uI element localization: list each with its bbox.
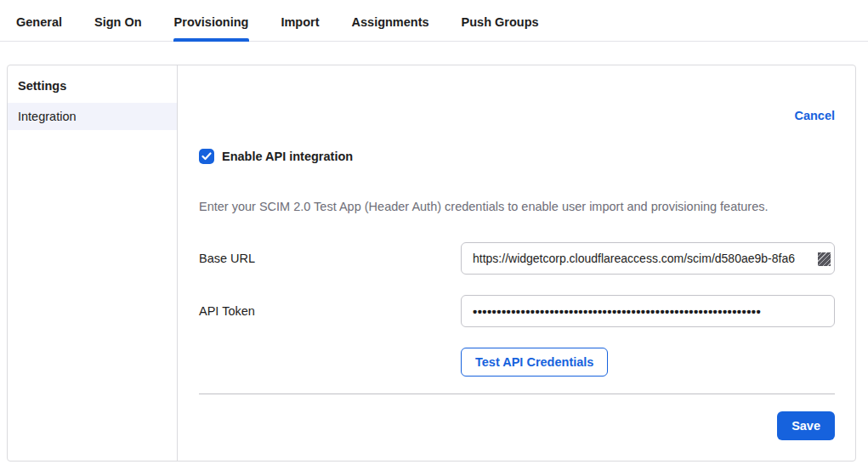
cancel-link[interactable]: Cancel [794,109,835,122]
tab-import[interactable]: Import [280,3,320,41]
tab-assignments[interactable]: Assignments [351,3,430,41]
enable-api-checkbox[interactable] [199,149,214,164]
provisioning-panel: Settings Integration Cancel Enable API i… [7,65,856,462]
api-token-input[interactable]: ••••••••••••••••••••••••••••••••••••••••… [461,295,835,327]
integration-settings-form: Cancel Enable API integration Enter your… [178,65,855,461]
settings-sidebar: Settings Integration [8,65,178,461]
base-url-value: https://widgetcorp.cloudflareaccess.com/… [473,252,795,265]
base-url-label: Base URL [199,252,461,265]
credentials-description: Enter your SCIM 2.0 Test App (Header Aut… [199,200,835,213]
enable-api-label: Enable API integration [222,150,353,163]
sidebar-item-integration[interactable]: Integration [8,103,177,130]
base-url-row: Base URL https://widgetcorp.cloudflareac… [199,242,835,275]
sidebar-heading: Settings [8,71,177,103]
tab-sign-on[interactable]: Sign On [94,3,143,41]
api-token-row: API Token ••••••••••••••••••••••••••••••… [199,295,835,327]
app-tab-bar: General Sign On Provisioning Import Assi… [0,0,868,42]
text-overflow-indicator-icon [818,252,831,266]
test-credentials-row: Test API Credentials [461,348,835,377]
tab-general[interactable]: General [15,3,63,41]
tab-provisioning[interactable]: Provisioning [173,3,250,41]
tab-push-groups[interactable]: Push Groups [461,3,540,41]
cancel-row: Cancel [199,108,835,123]
api-token-label: API Token [199,304,461,318]
form-divider [199,394,835,394]
enable-api-row: Enable API integration [199,149,835,164]
api-token-masked-value: ••••••••••••••••••••••••••••••••••••••••… [473,304,761,319]
base-url-input[interactable]: https://widgetcorp.cloudflareaccess.com/… [461,242,835,275]
checkmark-icon [201,152,212,161]
test-api-credentials-button[interactable]: Test API Credentials [461,348,608,377]
save-button[interactable]: Save [777,411,835,440]
save-row: Save [199,411,835,440]
